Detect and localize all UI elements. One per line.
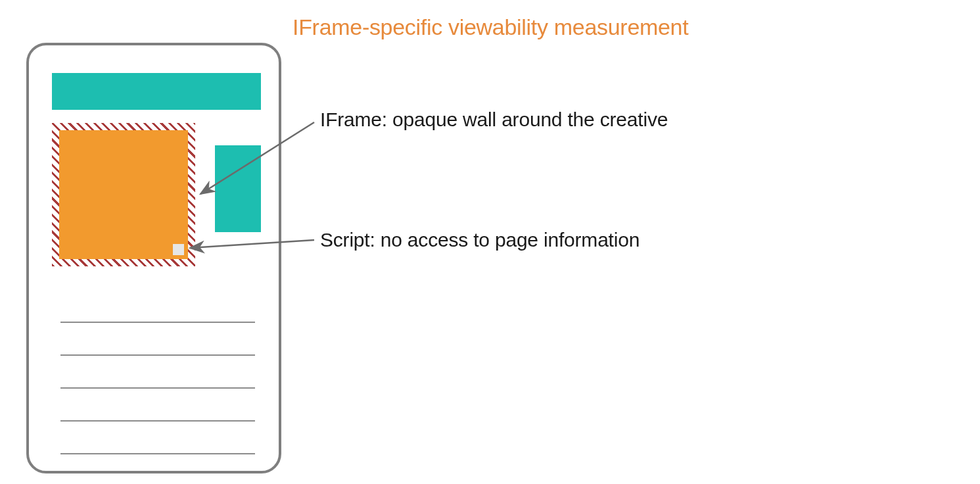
content-line: [60, 354, 255, 356]
side-bar: [215, 145, 261, 232]
content-line: [60, 322, 255, 323]
content-line: [60, 420, 255, 422]
content-line: [60, 387, 255, 389]
phone-mockup: [26, 43, 281, 473]
header-bar: [52, 73, 261, 110]
annotation-iframe: IFrame: opaque wall around the creative: [320, 109, 668, 131]
diagram-title: IFrame-specific viewability measurement: [292, 14, 688, 40]
orange-creative: [59, 130, 188, 259]
script-pixel: [173, 244, 184, 255]
content-line: [60, 453, 255, 454]
annotation-script: Script: no access to page information: [320, 229, 640, 251]
iframe-box: [52, 123, 195, 266]
